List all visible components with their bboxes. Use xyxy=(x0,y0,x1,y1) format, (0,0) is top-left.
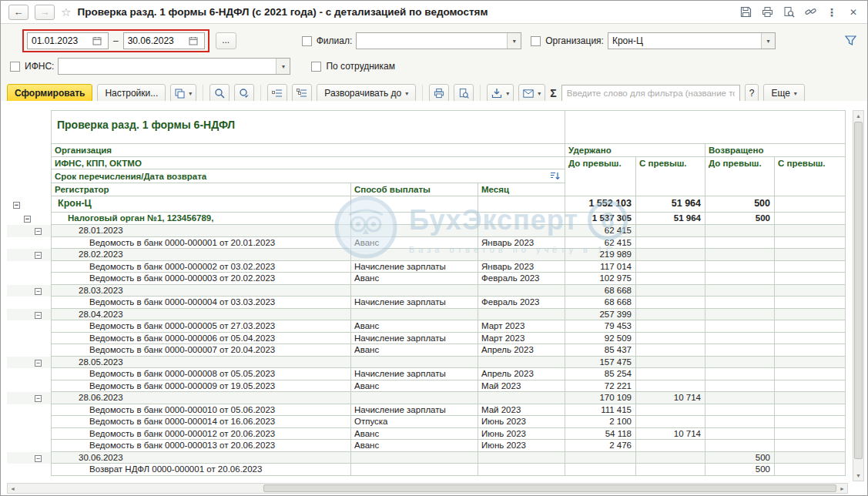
calendar-icon[interactable] xyxy=(89,33,105,49)
period-more-button[interactable]: ... xyxy=(216,32,236,49)
horizontal-scroll-track[interactable] xyxy=(18,484,263,493)
ifns-checkbox[interactable] xyxy=(10,62,20,72)
scroll-up-icon[interactable]: ▲ xyxy=(853,111,863,121)
send-email-button[interactable]: ▾ xyxy=(518,84,545,102)
sum-sigma-button[interactable]: Σ xyxy=(550,87,556,99)
settings-button[interactable]: Настройки... xyxy=(97,84,166,102)
returned-above-cell xyxy=(775,196,846,213)
more-menu-icon[interactable]: ⋮ xyxy=(826,6,838,18)
table-row[interactable]: Ведомость в банк 0000-000006 от 05.04.20… xyxy=(7,333,846,345)
period-from-input[interactable] xyxy=(28,35,89,46)
horizontal-scroll-thumb[interactable] xyxy=(263,484,836,492)
table-row[interactable]: Ведомость в банк 0000-000001 от 20.01.20… xyxy=(7,237,846,250)
chevron-down-icon[interactable]: ▾ xyxy=(761,33,775,49)
ifns-combo[interactable]: ▾ xyxy=(58,58,290,75)
expand-toggle[interactable]: − xyxy=(35,228,42,235)
chevron-down-icon[interactable]: ▾ xyxy=(276,59,290,74)
table-row[interactable]: −28.04.2023257 399 xyxy=(7,309,846,321)
expand-groups-button[interactable] xyxy=(292,84,312,102)
registrar-cell: Ведомость в банк 0000-000014 от 16.06.20… xyxy=(51,416,351,428)
period-from-field[interactable] xyxy=(27,32,109,49)
withheld-below-cell: 92 509 xyxy=(565,333,636,345)
row-gutter: − xyxy=(7,452,51,464)
branch-checkbox[interactable] xyxy=(302,36,312,46)
table-row[interactable]: Ведомость в банк 0000-000004 от 03.03.20… xyxy=(7,297,846,309)
more-button[interactable]: Еще ▾ xyxy=(763,84,804,102)
chevron-down-icon: ▾ xyxy=(794,90,797,97)
table-row[interactable]: −28.06.2023170 10910 714 xyxy=(7,392,846,404)
help-button[interactable]: ? xyxy=(745,84,759,102)
organization-checkbox[interactable] xyxy=(531,36,541,46)
expand-toggle[interactable]: − xyxy=(24,216,31,223)
table-row[interactable]: Ведомость в банк 0000-000005 от 27.03.20… xyxy=(7,320,846,333)
col-header-returned: Возвращено xyxy=(705,144,846,157)
table-row[interactable]: Ведомость в банк 0000-000002 от 03.02.20… xyxy=(7,261,846,273)
table-row[interactable]: −Крон-Ц1 552 10351 964500 xyxy=(7,196,846,213)
chevron-down-icon[interactable]: ▾ xyxy=(507,33,521,49)
collapse-groups-button[interactable] xyxy=(267,84,287,102)
returned-below-cell xyxy=(705,428,775,441)
print-preview-button[interactable] xyxy=(454,84,474,102)
table-row[interactable]: Ведомость в банк 0000-000007 от 20.04.20… xyxy=(7,344,846,357)
expand-toggle[interactable]: − xyxy=(35,395,42,402)
horizontal-scrollbar[interactable]: ◄ ► xyxy=(7,483,848,494)
table-row[interactable]: −28.05.2023157 475 xyxy=(7,357,846,369)
expand-toggle[interactable]: − xyxy=(35,312,42,319)
forward-button[interactable]: → xyxy=(35,5,55,20)
print-icon[interactable] xyxy=(761,6,773,18)
expand-toggle[interactable]: − xyxy=(35,455,42,462)
save-icon[interactable] xyxy=(739,6,752,18)
vertical-scrollbar[interactable]: ▲ ▼ xyxy=(853,110,864,481)
more-label: Еще xyxy=(771,88,789,99)
col-header-term: Срок перечисления/Дата возврата xyxy=(51,169,565,183)
scroll-right-icon[interactable]: ► xyxy=(837,484,847,493)
period-to-input[interactable] xyxy=(124,35,186,46)
registrar-cell: Налоговый орган №1, 123456789, xyxy=(51,213,351,225)
expand-toggle[interactable]: − xyxy=(35,252,42,259)
generate-button[interactable]: Сформировать xyxy=(7,84,92,102)
search-page-icon[interactable] xyxy=(783,6,795,18)
table-row[interactable]: −30.06.2023500 xyxy=(7,452,846,464)
favorite-star-icon[interactable]: ☆ xyxy=(61,5,71,19)
table-row[interactable]: Ведомость в банк 0000-000010 от 05.06.20… xyxy=(7,404,846,417)
print-button[interactable] xyxy=(429,84,449,102)
table-row[interactable]: Ведомость в банк 0000-000008 от 05.05.20… xyxy=(7,368,846,380)
scroll-down-icon[interactable]: ▼ xyxy=(853,471,863,481)
vertical-scroll-thumb[interactable] xyxy=(854,122,863,459)
table-row[interactable]: −28.02.2023219 989 xyxy=(7,249,846,261)
month-cell xyxy=(478,285,565,297)
find-next-button[interactable] xyxy=(234,84,254,102)
report-variants-button[interactable]: ▾ xyxy=(170,84,196,102)
sort-icon[interactable] xyxy=(550,171,560,181)
table-row[interactable]: Ведомость в банк 0000-000009 от 19.05.20… xyxy=(7,380,846,393)
table-row[interactable]: −28.01.202362 415 xyxy=(7,225,846,237)
period-to-field[interactable] xyxy=(123,32,205,49)
returned-below-cell xyxy=(705,273,775,285)
returned-above-cell xyxy=(775,440,846,452)
quick-filter-input[interactable] xyxy=(561,85,740,102)
scroll-left-icon[interactable]: ◄ xyxy=(8,484,18,493)
expand-toggle[interactable]: − xyxy=(13,202,20,209)
link-icon[interactable] xyxy=(804,6,816,18)
toolbar-separator xyxy=(260,85,261,102)
save-report-button[interactable]: ▾ xyxy=(487,84,514,102)
find-button[interactable] xyxy=(209,84,230,102)
calendar-icon[interactable] xyxy=(186,33,201,49)
table-row[interactable]: Ведомость в банк 0000-000014 от 16.06.20… xyxy=(7,416,846,428)
expand-to-button[interactable]: Разворачивать до ▾ xyxy=(317,84,416,102)
filter-funnel-icon[interactable] xyxy=(845,35,856,46)
table-row[interactable]: Возврат НДФЛ 0000-000001 от 20.06.202350… xyxy=(7,464,846,476)
table-row[interactable]: −Налоговый орган №1, 123456789,1 537 305… xyxy=(7,213,846,225)
organization-combo[interactable]: Крон-Ц ▾ xyxy=(608,32,776,49)
table-row[interactable]: Ведомость в банк 0000-000012 от 20.06.20… xyxy=(7,428,846,441)
by-employees-checkbox[interactable] xyxy=(311,62,321,72)
back-button[interactable]: ← xyxy=(8,5,28,20)
expand-toggle[interactable]: − xyxy=(35,288,42,295)
table-row[interactable]: −28.03.202368 668 xyxy=(7,285,846,297)
branch-combo[interactable]: ▾ xyxy=(356,32,521,49)
table-row[interactable]: Ведомость в банк 0000-000013 от 20.06.20… xyxy=(7,440,846,452)
expand-toggle[interactable]: − xyxy=(35,360,42,367)
table-row[interactable]: Ведомость в банк 0000-000003 от 20.02.20… xyxy=(7,273,846,285)
close-icon[interactable]: ✕ xyxy=(847,6,860,18)
withheld-below-cell: 62 415 xyxy=(565,225,636,237)
